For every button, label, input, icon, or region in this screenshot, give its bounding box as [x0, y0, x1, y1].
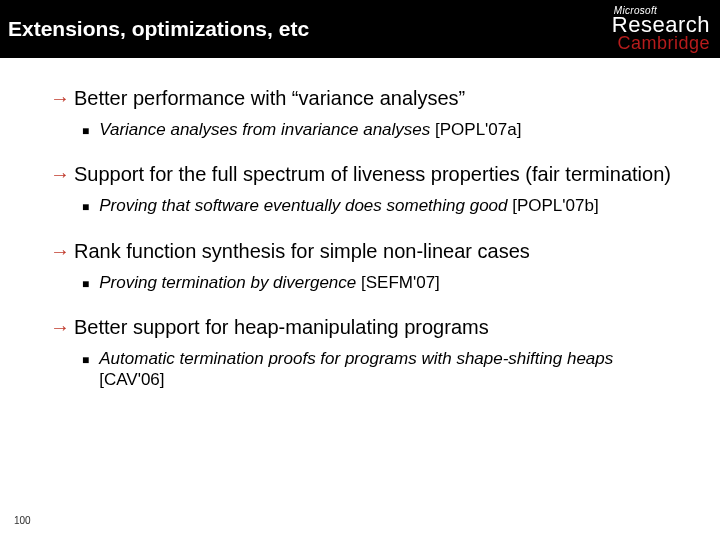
arrow-icon: →: [50, 315, 70, 339]
point-text: Better support for heap-manipulating pro…: [74, 315, 682, 339]
logo-cambridge: Cambridge: [617, 34, 710, 52]
sub-point: ■ Automatic termination proofs for progr…: [82, 349, 682, 390]
sub-text: Proving that software eventually does so…: [99, 196, 682, 216]
page-number: 100: [14, 515, 31, 526]
square-bullet-icon: ■: [82, 124, 89, 138]
point-text: Rank function synthesis for simple non-l…: [74, 239, 682, 263]
arrow-icon: →: [50, 239, 70, 263]
arrow-icon: →: [50, 86, 70, 110]
square-bullet-icon: ■: [82, 277, 89, 291]
point-main: → Better performance with “variance anal…: [50, 86, 682, 110]
bullet-point: → Support for the full spectrum of liven…: [50, 162, 682, 216]
slide-title: Extensions, optimizations, etc: [8, 17, 309, 41]
arrow-icon: →: [50, 162, 70, 186]
bullet-point: → Rank function synthesis for simple non…: [50, 239, 682, 293]
sub-text: Variance analyses from invariance analys…: [99, 120, 682, 140]
point-main: → Better support for heap-manipulating p…: [50, 315, 682, 339]
point-main: → Support for the full spectrum of liven…: [50, 162, 682, 186]
sub-text: Proving termination by divergence [SEFM'…: [99, 273, 682, 293]
slide-header: Extensions, optimizations, etc Microsoft…: [0, 0, 720, 58]
bullet-point: → Better performance with “variance anal…: [50, 86, 682, 140]
bullet-point: → Better support for heap-manipulating p…: [50, 315, 682, 390]
sub-point: ■ Variance analyses from invariance anal…: [82, 120, 682, 140]
sub-point: ■ Proving termination by divergence [SEF…: [82, 273, 682, 293]
sub-text: Automatic termination proofs for program…: [99, 349, 682, 390]
square-bullet-icon: ■: [82, 353, 89, 367]
point-text: Support for the full spectrum of livenes…: [74, 162, 682, 186]
point-main: → Rank function synthesis for simple non…: [50, 239, 682, 263]
square-bullet-icon: ■: [82, 200, 89, 214]
logo: Microsoft Research Cambridge: [612, 6, 710, 52]
slide-content: → Better performance with “variance anal…: [0, 58, 720, 390]
point-text: Better performance with “variance analys…: [74, 86, 682, 110]
sub-point: ■ Proving that software eventually does …: [82, 196, 682, 216]
